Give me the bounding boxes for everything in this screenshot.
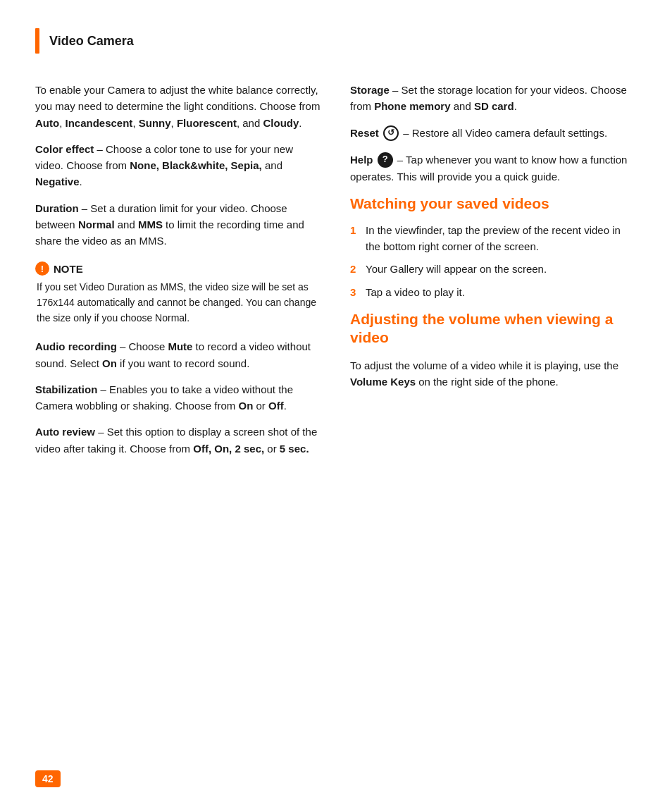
adjusting-heading: Adjusting the volume when viewing a vide… <box>350 310 637 347</box>
list-item: 3 Tap a video to play it. <box>350 285 637 301</box>
watching-heading: Watching your saved videos <box>350 195 637 213</box>
auto-review-paragraph: Auto review – Set this option to display… <box>35 424 322 457</box>
right-column: Storage – Set the storage location for y… <box>350 82 637 467</box>
left-column: To enable your Camera to adjust the whit… <box>35 82 322 467</box>
note-title: ! NOTE <box>35 261 322 276</box>
watching-list: 1 In the viewfinder, tap the preview of … <box>350 223 637 300</box>
reset-icon: ↺ <box>383 125 399 141</box>
duration-paragraph: Duration – Set a duration limit for your… <box>35 200 322 250</box>
page-header: Video Camera <box>35 28 637 54</box>
note-box: ! NOTE If you set Video Duration as MMS,… <box>35 261 322 326</box>
stabilization-paragraph: Stabilization – Enables you to take a vi… <box>35 381 322 414</box>
page-container: Video Camera To enable your Camera to ad… <box>0 0 672 807</box>
note-icon: ! <box>35 261 49 276</box>
page-number: 42 <box>35 770 61 787</box>
main-content: To enable your Camera to adjust the whit… <box>35 82 637 467</box>
note-body: If you set Video Duration as MMS, the vi… <box>35 280 322 326</box>
reset-paragraph: Reset ↺ – Restore all Video camera defau… <box>350 125 637 142</box>
help-paragraph: Help ? – Tap whenever you want to know h… <box>350 152 637 185</box>
header-accent-bar <box>35 28 39 54</box>
adjusting-paragraph: To adjust the volume of a video while it… <box>350 357 637 390</box>
audio-recording-paragraph: Audio recording – Choose Mute to record … <box>35 338 322 371</box>
storage-paragraph: Storage – Set the storage location for y… <box>350 82 637 115</box>
page-title: Video Camera <box>49 34 134 49</box>
color-effect-paragraph: Color effect – Choose a color tone to us… <box>35 141 322 190</box>
list-item: 2 Your Gallery will appear on the screen… <box>350 261 637 278</box>
help-icon: ? <box>378 152 393 168</box>
list-item: 1 In the viewfinder, tap the preview of … <box>350 223 637 254</box>
intro-paragraph: To enable your Camera to adjust the whit… <box>35 82 322 131</box>
